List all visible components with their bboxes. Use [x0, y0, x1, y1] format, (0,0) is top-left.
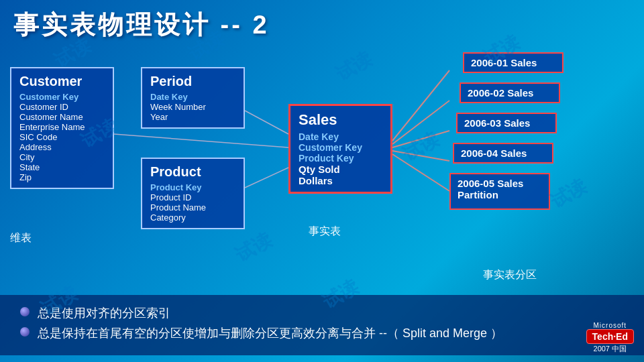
customer-name: Customer Name [19, 112, 105, 122]
svg-line-0 [114, 134, 288, 147]
customer-id: Customer ID [19, 102, 105, 112]
watermark-8: 试读 [231, 227, 276, 268]
product-key: Product Key [150, 182, 235, 192]
partition-1: 2006-01 Sales [463, 52, 564, 73]
period-title: Period [150, 74, 235, 89]
teched-logo: Microsoft Tech·Ed 2007 中国 [586, 322, 634, 354]
svg-line-3 [392, 70, 449, 141]
partition-5: 2006-05 SalesPartition [449, 173, 550, 210]
watermark-7: 试读 [546, 174, 591, 215]
sales-box: Sales Date Key Customer Key Product Key … [288, 104, 392, 194]
sales-title: Sales [299, 111, 382, 129]
customer-title: Customer [19, 74, 105, 89]
watermark-6: 试读 [398, 127, 443, 168]
page-title: 事实表物理设计 -- 2 [13, 8, 270, 42]
period-key: Date Key [150, 92, 235, 102]
svg-line-1 [245, 111, 288, 134]
bullet-dot-1 [20, 307, 30, 316]
teched-badge: Tech·Ed [586, 329, 634, 344]
category: Category [150, 213, 235, 223]
sales-dollars: Dollars [299, 175, 382, 186]
sales-date-key: Date Key [299, 131, 382, 142]
state: State [19, 162, 105, 172]
label-fact-table: 事实表 [309, 225, 341, 239]
partition-4: 2006-04 Sales [453, 143, 553, 164]
week-number: Week Number [150, 102, 235, 112]
sales-customer-key: Customer Key [299, 142, 382, 153]
svg-line-6 [392, 151, 449, 161]
sales-product-key: Product Key [299, 153, 382, 164]
bottom-section: 总是使用对齐的分区索引 总是保持在首尾有空的分区使增加与删除分区更高效分离与合并… [0, 295, 644, 355]
svg-line-4 [392, 101, 449, 144]
product-box: Product Product Key Product ID Product N… [141, 158, 245, 229]
partition-2: 2006-02 Sales [460, 82, 560, 103]
customer-key: Customer Key [19, 92, 105, 102]
product-id: Product ID [150, 192, 235, 202]
year-text: 2007 中国 [586, 344, 634, 354]
watermark-3: 试读 [331, 46, 376, 87]
product-title: Product [150, 164, 235, 180]
bullet-item-2: 总是保持在首尾有空的分区使增加与删除分区更高效分离与合并 --（ Split a… [20, 325, 624, 341]
bullet-dot-2 [20, 327, 30, 337]
label-dimension: 维表 [10, 231, 32, 245]
svg-line-2 [245, 168, 288, 188]
bullet-text-1: 总是使用对齐的分区索引 [38, 305, 170, 321]
bullet-item-1: 总是使用对齐的分区索引 [20, 305, 624, 321]
period-box: Period Date Key Week Number Year [141, 67, 245, 129]
microsoft-text: Microsoft [586, 322, 634, 329]
partition-3: 2006-03 Sales [456, 113, 557, 133]
year: Year [150, 112, 235, 122]
customer-box: Customer Customer Key Customer ID Custom… [10, 67, 114, 189]
product-name: Product Name [150, 202, 235, 213]
svg-line-7 [392, 154, 449, 191]
address: Address [19, 142, 105, 152]
sales-qty-sold: Qty Sold [299, 164, 382, 175]
bullet-text-2: 总是保持在首尾有空的分区使增加与删除分区更高效分离与合并 --（ Split a… [38, 325, 502, 341]
zip: Zip [19, 172, 105, 182]
sic-code: SIC Code [19, 132, 105, 142]
enterprise-name: Enterprise Name [19, 122, 105, 132]
svg-line-5 [392, 131, 449, 147]
city: City [19, 152, 105, 162]
label-partition: 事实表分区 [483, 268, 537, 282]
